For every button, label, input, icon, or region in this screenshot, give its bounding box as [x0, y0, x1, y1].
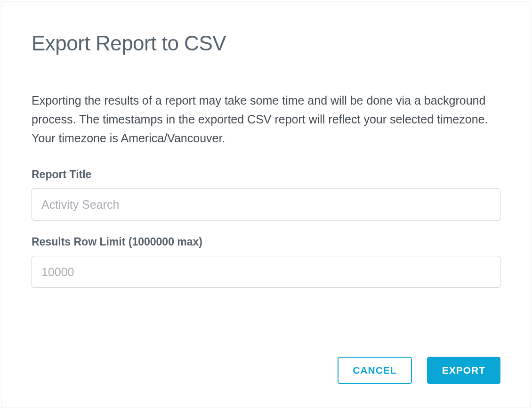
report-title-label: Report Title — [32, 168, 500, 181]
report-title-input[interactable] — [32, 188, 500, 221]
export-csv-dialog: Export Report to CSV Exporting the resul… — [1, 1, 531, 408]
button-row: CANCEL EXPORT — [32, 357, 500, 384]
row-limit-label: Results Row Limit (1000000 max) — [32, 236, 500, 248]
row-limit-field-group: Results Row Limit (1000000 max) — [32, 236, 500, 288]
row-limit-input[interactable] — [32, 256, 500, 288]
spacer — [32, 303, 500, 357]
cancel-button[interactable]: CANCEL — [338, 357, 412, 384]
dialog-description: Exporting the results of a report may ta… — [32, 91, 500, 147]
dialog-title: Export Report to CSV — [32, 32, 500, 55]
report-title-field-group: Report Title — [32, 168, 500, 221]
export-button[interactable]: EXPORT — [427, 357, 500, 384]
